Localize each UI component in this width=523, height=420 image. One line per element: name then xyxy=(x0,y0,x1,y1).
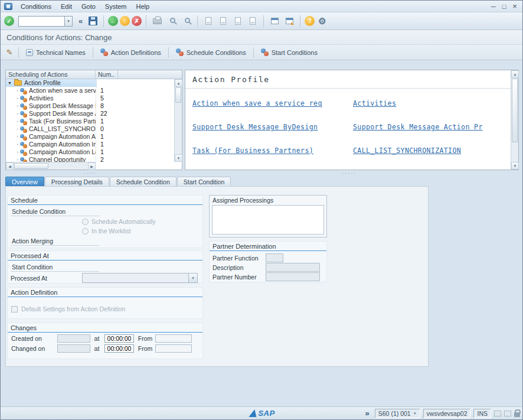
partner-number-input[interactable] xyxy=(266,272,320,281)
menu-item[interactable]: Goto xyxy=(77,2,100,11)
tree-row-count: 1 xyxy=(96,133,113,141)
schedule-conditions-button[interactable]: Schedule Conditions xyxy=(171,47,251,58)
cancel-icon[interactable]: ✗ xyxy=(132,16,142,26)
tab-processing-details[interactable]: Processing Details xyxy=(45,177,109,186)
tree-vertical-scrollbar[interactable]: ▲ ▼ xyxy=(174,79,182,162)
tree-row[interactable]: Support Desk Message Action 22 xyxy=(6,110,174,118)
close-icon[interactable]: × xyxy=(509,2,520,11)
scroll-up-icon[interactable]: ▲ xyxy=(175,79,182,87)
first-page-icon[interactable] xyxy=(202,15,215,28)
action-profile-link[interactable]: Task (For Business Partners) xyxy=(192,146,353,155)
partner-function-input[interactable] xyxy=(266,253,283,262)
splitter-handle[interactable]: ····· xyxy=(342,170,357,176)
exit-icon[interactable]: ↑ xyxy=(120,16,130,26)
last-page-icon[interactable] xyxy=(246,15,259,28)
description-input[interactable] xyxy=(266,263,320,272)
scroll-down-icon[interactable]: ▼ xyxy=(511,162,519,170)
find-icon[interactable] xyxy=(165,15,178,28)
date-input[interactable] xyxy=(57,334,90,343)
action-profile-link[interactable]: Activities xyxy=(353,99,511,108)
changes-row: Changed on at 00:00:00 From xyxy=(8,344,202,353)
detail-vertical-scrollbar[interactable]: ▲ ▼ xyxy=(511,70,518,170)
chevron-down-icon[interactable]: ▼ xyxy=(413,412,417,415)
tree-rows: ▼ Action Profile Action when save a serv… xyxy=(6,79,174,162)
scroll-left-icon[interactable]: ◀ xyxy=(6,162,14,170)
system-menu-icon[interactable] xyxy=(4,3,12,10)
menu-item[interactable]: Help xyxy=(132,2,155,11)
from-input[interactable] xyxy=(155,344,192,353)
date-input[interactable] xyxy=(57,344,90,353)
tab-schedule-condition[interactable]: Schedule Condition xyxy=(110,177,176,186)
tree-column-header-num[interactable]: Num.. xyxy=(96,70,118,79)
collapse-icon[interactable]: « xyxy=(77,17,84,25)
tree-row[interactable]: Campaign Automation Intern 1 xyxy=(6,141,174,148)
chevron-down-icon[interactable]: ▼ xyxy=(188,274,197,282)
tree-row[interactable]: CALL_LIST_SYNCHRONIZATI 0 xyxy=(6,125,174,133)
radio-icon[interactable] xyxy=(82,228,89,235)
action-profile-link[interactable]: Support Desk Message ByDesign xyxy=(192,123,353,131)
print-icon[interactable] xyxy=(151,15,164,28)
scrollbar-track[interactable] xyxy=(511,78,518,162)
tab-overview[interactable]: Overview xyxy=(5,177,44,186)
tree-row[interactable]: Support Desk Message ByDes 8 xyxy=(6,102,174,110)
insert-mode-cell[interactable]: INS xyxy=(473,409,491,418)
action-profile-link[interactable]: CALL_LIST_SYNCHRONIZATION xyxy=(353,146,511,155)
tree-column-header-scheduling[interactable]: Scheduling of Actions xyxy=(6,70,96,79)
tree-row[interactable]: Campaign Automation Lead 1 xyxy=(6,148,174,156)
time-input[interactable]: 00:00:00 xyxy=(104,334,134,343)
splitter-handle[interactable]: ····· xyxy=(83,170,98,176)
time-input[interactable]: 00:00:00 xyxy=(104,344,134,353)
previous-page-icon[interactable] xyxy=(217,15,230,28)
back-icon[interactable]: ← xyxy=(108,16,118,26)
default-settings-check-row[interactable]: Default Settings from Action Definition xyxy=(11,305,125,312)
schedule-automatically-radio[interactable]: Schedule Automatically xyxy=(82,218,156,225)
action-definition-icon xyxy=(20,134,27,141)
minimize-icon[interactable]: ─ xyxy=(488,3,499,10)
in-the-worklist-radio[interactable]: In the Worklist xyxy=(82,227,130,235)
find-next-icon[interactable] xyxy=(180,15,193,28)
save-icon[interactable] xyxy=(86,15,99,28)
processed-at-select[interactable]: ▼ xyxy=(82,273,198,283)
scrollbar-thumb[interactable] xyxy=(512,79,518,142)
tree-row[interactable]: Channel Opportunity 2 xyxy=(6,156,174,162)
technical-names-button[interactable]: Technical Names xyxy=(21,47,90,58)
scroll-up-icon[interactable]: ▲ xyxy=(511,70,519,78)
new-session-icon[interactable] xyxy=(268,15,281,28)
menu-item[interactable]: Conditions xyxy=(16,2,56,11)
scroll-right-icon[interactable]: ▶ xyxy=(88,162,96,170)
command-input[interactable] xyxy=(18,16,64,27)
help-icon[interactable]: ? xyxy=(305,16,315,26)
action-profile-link[interactable]: Action when save a service req xyxy=(192,99,353,108)
status-expand-icon[interactable]: » xyxy=(363,409,372,418)
tab-start-condition[interactable]: Start Condition xyxy=(177,177,231,186)
tree-row[interactable]: Campaign Automation Activit 1 xyxy=(6,133,174,141)
action-definitions-button[interactable]: Action Definitions xyxy=(96,47,166,58)
tree-row[interactable]: Activities 5 xyxy=(6,95,174,102)
assigned-processings-list[interactable] xyxy=(212,205,324,235)
from-input[interactable] xyxy=(155,334,192,343)
radio-icon[interactable] xyxy=(82,219,89,225)
enter-icon[interactable]: ✓ xyxy=(4,16,14,26)
start-conditions-button[interactable]: Start Conditions xyxy=(256,47,322,58)
create-shortcut-icon[interactable] xyxy=(283,15,296,28)
tree-row[interactable]: Task (For Business Partners) 1 xyxy=(6,118,174,125)
tree-row[interactable]: Action when save a service r 1 xyxy=(6,87,174,95)
default-settings-checkbox[interactable] xyxy=(11,306,18,312)
maximize-icon[interactable]: □ xyxy=(499,3,509,10)
display-change-button[interactable]: ✎ xyxy=(3,46,16,59)
scrollbar-thumb[interactable] xyxy=(175,87,181,103)
scrollbar-track[interactable] xyxy=(175,87,182,154)
scroll-down-icon[interactable]: ▼ xyxy=(175,154,182,162)
system-info-cell[interactable]: S60 (1) 001 ▼ xyxy=(375,409,420,418)
tree-row-action-profile[interactable]: ▼ Action Profile xyxy=(6,79,174,87)
tree-horizontal-scrollbar[interactable]: ◀ ▶ xyxy=(6,162,96,170)
menu-item[interactable]: System xyxy=(100,2,132,11)
customize-layout-icon[interactable]: ⚙ xyxy=(316,16,328,27)
menu-item[interactable]: Edit xyxy=(56,2,77,11)
next-page-icon[interactable] xyxy=(231,15,244,28)
expander-icon[interactable]: ▼ xyxy=(8,79,14,87)
scrollbar-track[interactable] xyxy=(14,162,88,170)
action-profile-link[interactable]: Support Desk Message Action Pr xyxy=(353,123,511,131)
command-dropdown-icon[interactable]: ▼ xyxy=(64,16,73,27)
scrollbar-thumb[interactable] xyxy=(14,163,48,169)
